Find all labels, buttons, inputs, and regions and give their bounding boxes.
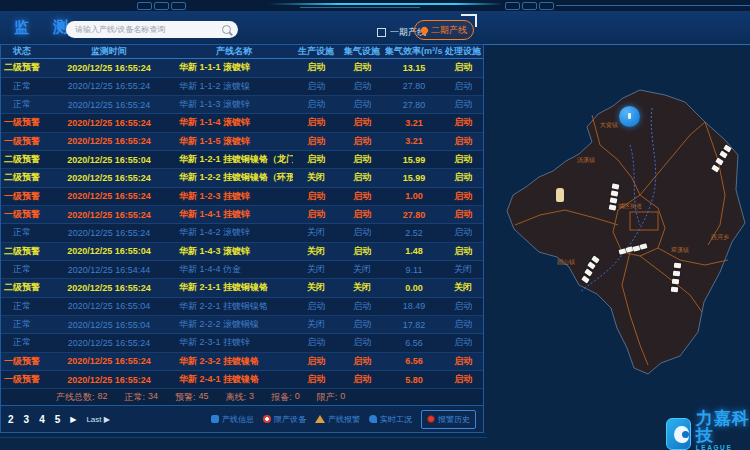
page-button[interactable]: 3 bbox=[24, 414, 30, 425]
legend-label: 产线报警 bbox=[328, 414, 360, 425]
factory-marker[interactable] bbox=[610, 197, 618, 203]
factory-marker[interactable] bbox=[612, 183, 620, 189]
table-row[interactable]: 正常 2020/12/25 16:55:24 华新 1-4-2 滚镀锌 关闭 启… bbox=[1, 224, 483, 242]
monitor-table-panel: 状态 监测时间 产线名称 生产设施 集气设施 集气效率(m³/s) 处理设施 二… bbox=[0, 44, 484, 433]
treatment-facility-cell: 关闭 bbox=[443, 263, 483, 276]
treatment-facility-cell: 启动 bbox=[443, 318, 483, 331]
gas-rate-cell: 5.80 bbox=[385, 375, 443, 385]
status-cell: 正常 bbox=[1, 300, 43, 313]
factory-marker[interactable] bbox=[674, 263, 681, 269]
gas-rate-cell: 15.99 bbox=[385, 155, 443, 165]
gas-rate-cell: 18.49 bbox=[385, 301, 443, 311]
table-row[interactable]: 正常 2020/12/25 16:55:04 华新 2-2-1 挂镀铜镍铬 启动… bbox=[1, 298, 483, 316]
production-facility-cell: 关闭 bbox=[293, 245, 339, 258]
logo-name: 力嘉科技 bbox=[696, 410, 750, 444]
search-input[interactable] bbox=[66, 25, 238, 34]
panel-bottom-line bbox=[0, 437, 487, 438]
time-cell: 2020/12/25 16:55:24 bbox=[43, 210, 175, 220]
table-row[interactable]: 一级预警 2020/12/25 16:55:24 华新 2-3-2 挂镀镍铬 启… bbox=[1, 353, 483, 371]
summary-value: 0 bbox=[340, 391, 345, 404]
status-cell: 正常 bbox=[1, 336, 43, 349]
summary-item: 报备: 0 bbox=[271, 391, 300, 404]
table-row[interactable]: 一级预警 2020/12/25 16:55:24 华新 2-4-1 挂镀镍铬 启… bbox=[1, 371, 483, 389]
column-header: 集气设施 bbox=[339, 45, 385, 58]
map-circle-marker[interactable] bbox=[619, 106, 640, 127]
table-row[interactable]: 二级预警 2020/12/25 16:55:24 华新 1-2-2 挂镀铜镍铬（… bbox=[1, 169, 483, 187]
gas-rate-cell: 9.11 bbox=[385, 265, 443, 275]
line-name-cell: 华新 2-2-1 挂镀铜镍铬 bbox=[175, 300, 293, 313]
treatment-facility-cell: 启动 bbox=[443, 226, 483, 239]
table-row[interactable]: 一级预警 2020/12/25 16:55:24 华新 1-4-1 挂镀锌 启动… bbox=[1, 206, 483, 224]
table-row[interactable]: 二级预警 2020/12/25 16:55:04 华新 1-2-1 挂镀铜镍铬（… bbox=[1, 151, 483, 169]
status-cell: 一级预警 bbox=[1, 373, 43, 386]
decor-swoosh bbox=[300, 7, 420, 8]
gas-facility-cell: 启动 bbox=[339, 98, 385, 111]
page-button[interactable]: 5 bbox=[55, 414, 61, 425]
table-row[interactable]: 一级预警 2020/12/25 16:55:24 华新 1-1-4 滚镀锌 启动… bbox=[1, 114, 483, 132]
production-facility-cell: 关闭 bbox=[293, 318, 339, 331]
production-facility-cell: 启动 bbox=[293, 190, 339, 203]
gas-facility-cell: 关闭 bbox=[339, 263, 385, 276]
checkbox-icon[interactable] bbox=[377, 28, 386, 37]
treatment-facility-cell: 启动 bbox=[443, 355, 483, 368]
legend-item[interactable]: 产线报警 bbox=[315, 414, 360, 425]
factory-marker[interactable] bbox=[671, 287, 678, 293]
table-row[interactable]: 正常 2020/12/25 16:55:24 华新 1-1-2 滚镀镍 启动 启… bbox=[1, 78, 483, 96]
legend-item[interactable]: 实时工况 bbox=[369, 414, 412, 425]
status-cell: 二级预警 bbox=[1, 153, 43, 166]
table-row[interactable]: 正常 2020/12/25 16:55:24 华新 2-3-1 挂镀锌 启动 启… bbox=[1, 334, 483, 352]
time-cell: 2020/12/25 16:55:24 bbox=[43, 283, 175, 293]
legend-item[interactable]: 报警历史 bbox=[421, 410, 476, 429]
table-row[interactable]: 一级预警 2020/12/25 16:55:24 华新 1-1-5 滚镀锌 启动… bbox=[1, 133, 483, 151]
info-icon bbox=[211, 415, 219, 423]
treatment-facility-cell: 启动 bbox=[443, 135, 483, 148]
last-page-button[interactable]: Last ▶ bbox=[86, 415, 110, 424]
time-cell: 2020/12/25 16:55:04 bbox=[43, 246, 175, 256]
summary-value: 45 bbox=[199, 391, 209, 404]
legend-item[interactable]: 限产设备 bbox=[263, 414, 306, 425]
factory-marker[interactable] bbox=[673, 271, 680, 277]
production-facility-cell: 关闭 bbox=[293, 226, 339, 239]
gas-facility-cell: 启动 bbox=[339, 153, 385, 166]
page-button[interactable]: 4 bbox=[39, 414, 45, 425]
search-box[interactable] bbox=[66, 21, 238, 38]
table-row[interactable]: 二级预警 2020/12/25 16:55:24 华新 1-1-1 滚镀锌 启动… bbox=[1, 59, 483, 77]
legend-label: 报警历史 bbox=[438, 414, 470, 425]
map-region[interactable] bbox=[507, 90, 745, 374]
gas-facility-cell: 启动 bbox=[339, 80, 385, 93]
table-body: 二级预警 2020/12/25 16:55:24 华新 1-1-1 滚镀锌 启动… bbox=[1, 59, 483, 389]
realtime-icon bbox=[369, 415, 377, 423]
decor-glyph bbox=[154, 2, 169, 10]
gas-facility-cell: 关闭 bbox=[339, 281, 385, 294]
gas-rate-cell: 15.99 bbox=[385, 173, 443, 183]
legend-label: 实时工况 bbox=[380, 414, 412, 425]
history-icon bbox=[427, 415, 435, 423]
time-cell: 2020/12/25 16:55:04 bbox=[43, 155, 175, 165]
next-page-button[interactable]: ▶ bbox=[70, 415, 76, 424]
table-row[interactable]: 二级预警 2020/12/25 16:55:04 华新 1-4-3 滚镀锌 关闭… bbox=[1, 243, 483, 261]
decor-line bbox=[556, 5, 750, 6]
production-facility-cell: 关闭 bbox=[293, 171, 339, 184]
table-row[interactable]: 二级预警 2020/12/25 16:55:24 华新 2-1-1 挂镀铜镍铬 … bbox=[1, 279, 483, 297]
table-row[interactable]: 正常 2020/12/25 16:55:04 华新 2-2-2 滚镀铜镍 关闭 … bbox=[1, 316, 483, 334]
page-buttons: 2345 bbox=[8, 414, 60, 425]
search-icon[interactable] bbox=[222, 25, 231, 34]
factory-marker[interactable] bbox=[611, 190, 619, 196]
district-map[interactable] bbox=[480, 60, 750, 400]
page-button[interactable]: 2 bbox=[8, 414, 14, 425]
summary-item: 产线总数: 82 bbox=[56, 391, 108, 404]
table-row[interactable]: 正常 2020/12/25 16:55:24 华新 1-1-3 滚镀锌 启动 启… bbox=[1, 96, 483, 114]
legend-item[interactable]: 产线信息 bbox=[211, 414, 254, 425]
gas-facility-cell: 启动 bbox=[339, 245, 385, 258]
table-row[interactable]: 正常 2020/12/25 16:54:44 华新 1-4-4 仿金 关闭 关闭… bbox=[1, 261, 483, 279]
status-cell: 正常 bbox=[1, 318, 43, 331]
table-row[interactable]: 一级预警 2020/12/25 16:55:24 华新 1-2-3 挂镀锌 启动… bbox=[1, 188, 483, 206]
time-cell: 2020/12/25 16:55:24 bbox=[43, 375, 175, 385]
line-name-cell: 华新 2-1-1 挂镀铜镍铬 bbox=[175, 281, 293, 294]
factory-marker[interactable] bbox=[672, 279, 679, 285]
time-cell: 2020/12/25 16:55:24 bbox=[43, 118, 175, 128]
gas-facility-cell: 启动 bbox=[339, 318, 385, 331]
factory-marker[interactable] bbox=[609, 204, 617, 210]
line-name-cell: 华新 1-2-3 挂镀锌 bbox=[175, 190, 293, 203]
summary-value: 82 bbox=[98, 391, 108, 404]
